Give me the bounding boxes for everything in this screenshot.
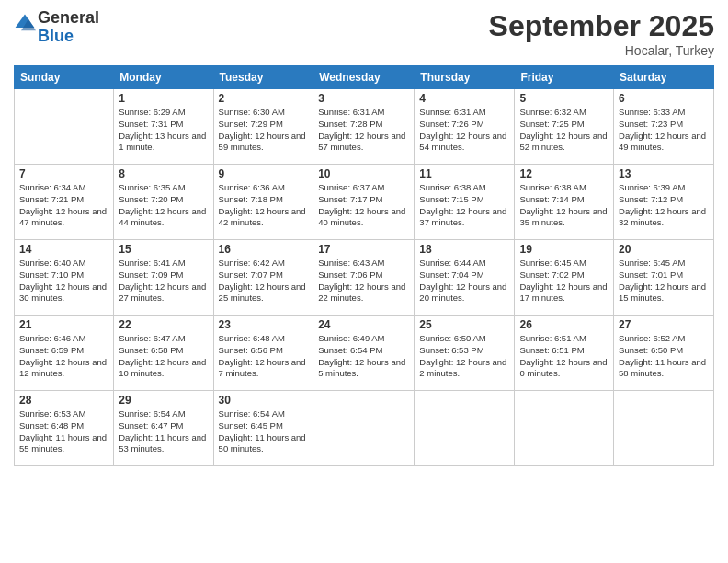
day-number: 30: [219, 394, 309, 407]
table-row: 14Sunrise: 6:40 AM Sunset: 7:10 PM Dayli…: [15, 240, 114, 316]
day-info: Sunrise: 6:52 AM Sunset: 6:50 PM Dayligh…: [619, 333, 709, 380]
day-info: Sunrise: 6:30 AM Sunset: 7:29 PM Dayligh…: [219, 107, 309, 154]
day-info: Sunrise: 6:42 AM Sunset: 7:07 PM Dayligh…: [219, 258, 309, 304]
day-number: 24: [318, 318, 409, 331]
day-info: Sunrise: 6:29 AM Sunset: 7:31 PM Dayligh…: [119, 107, 208, 154]
calendar-table: Sunday Monday Tuesday Wednesday Thursday…: [14, 65, 714, 466]
table-row: 4Sunrise: 6:31 AM Sunset: 7:26 PM Daylig…: [415, 89, 515, 165]
day-info: Sunrise: 6:38 AM Sunset: 7:15 PM Dayligh…: [419, 182, 509, 229]
day-info: Sunrise: 6:54 AM Sunset: 6:45 PM Dayligh…: [219, 408, 309, 455]
table-row: 27Sunrise: 6:52 AM Sunset: 6:50 PM Dayli…: [614, 316, 714, 391]
table-row: 24Sunrise: 6:49 AM Sunset: 6:54 PM Dayli…: [313, 316, 415, 391]
day-info: Sunrise: 6:48 AM Sunset: 6:56 PM Dayligh…: [219, 333, 309, 380]
day-number: 25: [419, 318, 509, 331]
table-row: 6Sunrise: 6:33 AM Sunset: 7:23 PM Daylig…: [614, 89, 714, 165]
table-row: 1Sunrise: 6:29 AM Sunset: 7:31 PM Daylig…: [114, 89, 213, 165]
table-row: 25Sunrise: 6:50 AM Sunset: 6:53 PM Dayli…: [415, 316, 515, 391]
day-number: 9: [219, 167, 309, 180]
logo-icon: [14, 13, 36, 35]
day-info: Sunrise: 6:49 AM Sunset: 6:54 PM Dayligh…: [318, 333, 409, 380]
day-number: 26: [519, 318, 609, 331]
col-friday: Friday: [515, 66, 614, 89]
day-number: 18: [419, 243, 509, 256]
calendar-week-row: 28Sunrise: 6:53 AM Sunset: 6:48 PM Dayli…: [15, 391, 714, 466]
day-info: Sunrise: 6:31 AM Sunset: 7:28 PM Dayligh…: [318, 107, 409, 154]
col-monday: Monday: [114, 66, 213, 89]
day-number: 8: [119, 167, 208, 180]
day-info: Sunrise: 6:31 AM Sunset: 7:26 PM Dayligh…: [419, 107, 509, 154]
day-number: 16: [219, 243, 309, 256]
day-info: Sunrise: 6:33 AM Sunset: 7:23 PM Dayligh…: [619, 107, 709, 154]
day-info: Sunrise: 6:37 AM Sunset: 7:17 PM Dayligh…: [318, 182, 409, 229]
table-row: [614, 391, 714, 466]
table-row: [15, 89, 114, 165]
day-number: 17: [318, 243, 409, 256]
day-info: Sunrise: 6:44 AM Sunset: 7:04 PM Dayligh…: [419, 258, 509, 304]
day-info: Sunrise: 6:39 AM Sunset: 7:12 PM Dayligh…: [619, 182, 709, 229]
day-number: 23: [219, 318, 309, 331]
table-row: 20Sunrise: 6:45 AM Sunset: 7:01 PM Dayli…: [614, 240, 714, 316]
day-number: 15: [119, 243, 208, 256]
day-number: 28: [19, 394, 108, 407]
table-row: 5Sunrise: 6:32 AM Sunset: 7:25 PM Daylig…: [515, 89, 614, 165]
table-row: 15Sunrise: 6:41 AM Sunset: 7:09 PM Dayli…: [114, 240, 213, 316]
day-info: Sunrise: 6:40 AM Sunset: 7:10 PM Dayligh…: [19, 258, 108, 304]
table-row: 22Sunrise: 6:47 AM Sunset: 6:58 PM Dayli…: [114, 316, 213, 391]
table-row: 3Sunrise: 6:31 AM Sunset: 7:28 PM Daylig…: [313, 89, 415, 165]
day-info: Sunrise: 6:45 AM Sunset: 7:02 PM Dayligh…: [519, 258, 609, 304]
table-row: 16Sunrise: 6:42 AM Sunset: 7:07 PM Dayli…: [213, 240, 313, 316]
title-block: September 2025 Hocalar, Turkey: [489, 9, 714, 58]
col-thursday: Thursday: [415, 66, 515, 89]
day-number: 5: [519, 92, 609, 105]
day-info: Sunrise: 6:51 AM Sunset: 6:51 PM Dayligh…: [519, 333, 609, 380]
col-saturday: Saturday: [614, 66, 714, 89]
day-number: 20: [619, 243, 709, 256]
table-row: 18Sunrise: 6:44 AM Sunset: 7:04 PM Dayli…: [415, 240, 515, 316]
calendar-week-row: 1Sunrise: 6:29 AM Sunset: 7:31 PM Daylig…: [15, 89, 714, 165]
day-number: 7: [19, 167, 108, 180]
day-number: 22: [119, 318, 208, 331]
day-number: 29: [119, 394, 208, 407]
table-row: 12Sunrise: 6:38 AM Sunset: 7:14 PM Dayli…: [515, 165, 614, 240]
day-info: Sunrise: 6:35 AM Sunset: 7:20 PM Dayligh…: [119, 182, 208, 229]
day-number: 12: [519, 167, 609, 180]
day-info: Sunrise: 6:53 AM Sunset: 6:48 PM Dayligh…: [19, 408, 108, 455]
day-number: 2: [219, 92, 309, 105]
day-info: Sunrise: 6:38 AM Sunset: 7:14 PM Dayligh…: [519, 182, 609, 229]
day-info: Sunrise: 6:47 AM Sunset: 6:58 PM Dayligh…: [119, 333, 208, 380]
day-info: Sunrise: 6:34 AM Sunset: 7:21 PM Dayligh…: [19, 182, 108, 229]
table-row: [515, 391, 614, 466]
table-row: 10Sunrise: 6:37 AM Sunset: 7:17 PM Dayli…: [313, 165, 415, 240]
col-sunday: Sunday: [15, 66, 114, 89]
calendar-title: September 2025: [489, 9, 714, 43]
table-row: 19Sunrise: 6:45 AM Sunset: 7:02 PM Dayli…: [515, 240, 614, 316]
logo: GeneralBlue: [14, 9, 99, 46]
table-row: 17Sunrise: 6:43 AM Sunset: 7:06 PM Dayli…: [313, 240, 415, 316]
calendar-week-row: 21Sunrise: 6:46 AM Sunset: 6:59 PM Dayli…: [15, 316, 714, 391]
table-row: 8Sunrise: 6:35 AM Sunset: 7:20 PM Daylig…: [114, 165, 213, 240]
table-row: 28Sunrise: 6:53 AM Sunset: 6:48 PM Dayli…: [15, 391, 114, 466]
calendar-week-row: 14Sunrise: 6:40 AM Sunset: 7:10 PM Dayli…: [15, 240, 714, 316]
day-number: 3: [318, 92, 409, 105]
table-row: [313, 391, 415, 466]
day-number: 21: [19, 318, 108, 331]
page-header: GeneralBlue September 2025 Hocalar, Turk…: [14, 9, 714, 58]
day-info: Sunrise: 6:43 AM Sunset: 7:06 PM Dayligh…: [318, 258, 409, 304]
table-row: [415, 391, 515, 466]
day-info: Sunrise: 6:46 AM Sunset: 6:59 PM Dayligh…: [19, 333, 108, 380]
table-row: 21Sunrise: 6:46 AM Sunset: 6:59 PM Dayli…: [15, 316, 114, 391]
day-info: Sunrise: 6:36 AM Sunset: 7:18 PM Dayligh…: [219, 182, 309, 229]
table-row: 2Sunrise: 6:30 AM Sunset: 7:29 PM Daylig…: [213, 89, 313, 165]
col-tuesday: Tuesday: [213, 66, 313, 89]
day-number: 19: [519, 243, 609, 256]
day-info: Sunrise: 6:41 AM Sunset: 7:09 PM Dayligh…: [119, 258, 208, 304]
calendar-subtitle: Hocalar, Turkey: [489, 43, 714, 58]
day-number: 11: [419, 167, 509, 180]
day-number: 14: [19, 243, 108, 256]
table-row: 29Sunrise: 6:54 AM Sunset: 6:47 PM Dayli…: [114, 391, 213, 466]
table-row: 26Sunrise: 6:51 AM Sunset: 6:51 PM Dayli…: [515, 316, 614, 391]
calendar-header-row: Sunday Monday Tuesday Wednesday Thursday…: [15, 66, 714, 89]
day-info: Sunrise: 6:50 AM Sunset: 6:53 PM Dayligh…: [419, 333, 509, 380]
day-info: Sunrise: 6:32 AM Sunset: 7:25 PM Dayligh…: [519, 107, 609, 154]
day-number: 10: [318, 167, 409, 180]
